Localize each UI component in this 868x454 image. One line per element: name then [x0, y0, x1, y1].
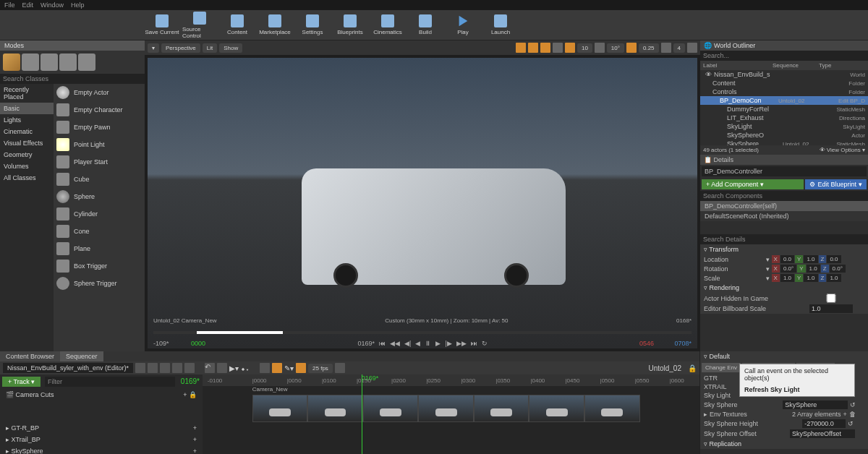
scale-snap-icon[interactable] — [626, 43, 637, 53]
search-classes-input[interactable]: Search Classes — [0, 74, 145, 84]
camera-cuts-track[interactable]: 🎬 Camera Cuts+ 🔒 — [0, 389, 203, 401]
search-details[interactable]: Search Details — [700, 234, 868, 244]
transform-header[interactable]: ▿ Transform — [700, 244, 868, 254]
outliner-search[interactable]: Search... — [700, 51, 868, 61]
outliner-row[interactable]: SkySphereOActor — [700, 131, 868, 140]
scale-icon[interactable] — [540, 43, 550, 53]
transform-icon[interactable] — [516, 43, 526, 53]
to-start-icon[interactable]: ⏮ — [379, 340, 386, 347]
landscape-mode-icon[interactable] — [41, 53, 58, 71]
auto-key-icon[interactable] — [272, 363, 282, 373]
thumbnail[interactable] — [474, 395, 529, 422]
search-components[interactable]: Search Components — [700, 191, 868, 201]
thumbnail[interactable] — [252, 395, 308, 422]
sky-sphere-dropdown[interactable] — [783, 401, 848, 409]
cat-visual-effects[interactable]: Visual Effects — [0, 137, 54, 149]
camera-cut-thumbnails[interactable] — [252, 395, 640, 422]
actor-empty-pawn[interactable]: Empty Pawn — [54, 119, 145, 136]
lit-button[interactable]: Lit — [203, 43, 217, 53]
curve-editor-icon[interactable] — [335, 363, 345, 373]
save-button[interactable]: Save Current — [145, 12, 179, 39]
actor-point-light[interactable]: Point Light — [54, 136, 145, 153]
place-mode-icon[interactable] — [3, 53, 20, 71]
edit-blueprint-button[interactable]: ⚙Edit Blueprint ▾ — [805, 179, 867, 189]
snap-grid-icon[interactable] — [565, 43, 575, 53]
undo-icon[interactable]: ↶ — [205, 363, 215, 373]
view-icon[interactable] — [217, 363, 227, 373]
content-button[interactable]: Content — [220, 12, 255, 39]
content-browser-tab[interactable]: Content Browser — [0, 351, 60, 361]
play-reverse-icon[interactable]: ◀ — [415, 340, 420, 347]
menu-file[interactable]: File — [4, 1, 15, 9]
scale-snap-value[interactable]: 0.25 — [639, 43, 659, 53]
actor-name-field[interactable]: BP_DemoController — [702, 166, 867, 176]
loop-icon[interactable]: ↻ — [482, 340, 488, 347]
track-xtrail[interactable]: ▸ XTrail_BP+ — [0, 434, 203, 445]
rot-z[interactable]: 0.0° — [830, 265, 846, 273]
camera-speed-icon[interactable] — [661, 43, 671, 53]
show-button[interactable]: Show — [219, 43, 242, 53]
outliner-row[interactable]: SkyLightSkyLight — [700, 122, 868, 131]
key-all-icon[interactable] — [260, 363, 270, 373]
key-mode-icon[interactable]: ✎▾ — [284, 364, 294, 372]
default-header[interactable]: ▿ Default — [700, 351, 868, 361]
clear-icon[interactable]: 🗑 — [849, 411, 856, 418]
settings-button[interactable]: Settings — [295, 12, 330, 39]
timeline-ruler[interactable]: 0169* -0100 |0000 |0050 |0100 |0150 |020… — [203, 374, 699, 386]
outliner-row-selected[interactable]: BP_DemoConUntold_02Edit BP_D — [700, 96, 868, 105]
cat-cinematic[interactable]: Cinematic — [0, 126, 54, 137]
loc-x[interactable]: 0.0 — [780, 255, 794, 263]
rot-y[interactable]: 1.0 — [807, 265, 820, 273]
maximize-icon[interactable] — [687, 43, 697, 53]
billboard-scale-input[interactable] — [809, 304, 853, 313]
playhead-line[interactable] — [362, 374, 362, 454]
track-skysphere[interactable]: ▸ SkySphere+ — [0, 445, 203, 454]
actor-box-trigger[interactable]: Box Trigger — [54, 257, 145, 275]
reset-icon[interactable]: ↺ — [850, 401, 856, 408]
track-gtr[interactable]: ▸ GT-R_BP+ — [0, 422, 203, 434]
menu-window[interactable]: Window — [41, 1, 64, 9]
to-end-icon[interactable]: ⏭ — [471, 340, 477, 347]
outliner-row[interactable]: ContentFolder — [700, 79, 868, 87]
replication-header[interactable]: ▿ Replication — [700, 439, 868, 449]
outliner-row[interactable]: 👁Nissan_EnvBuild_sWorld — [700, 70, 868, 79]
render-icon[interactable] — [160, 363, 170, 373]
scale-y[interactable]: 1.0 — [804, 274, 817, 282]
step-back-icon[interactable]: ◀| — [404, 340, 411, 347]
launch-button[interactable]: Launch — [483, 12, 518, 39]
build-button[interactable]: Build — [408, 12, 443, 39]
outliner-row[interactable]: DummyForRelStaticMesh — [700, 105, 868, 113]
coord-icon[interactable] — [553, 43, 563, 53]
component-self[interactable]: BP_DemoController(self) — [700, 201, 868, 211]
next-key-icon[interactable]: ▶▶ — [456, 340, 467, 347]
timeline[interactable]: 0169* -0100 |0000 |0050 |0100 |0150 |020… — [203, 374, 699, 454]
actor-player-start[interactable]: Player Start — [54, 153, 145, 171]
actor-cone[interactable]: Cone — [54, 223, 145, 240]
clapper-icon[interactable] — [184, 363, 195, 373]
actor-sphere[interactable]: Sphere — [54, 188, 145, 205]
hidden-checkbox[interactable] — [809, 294, 853, 303]
viewport[interactable]: ▾ Perspective Lit Show 10 10° 0.25 4 — [145, 40, 700, 351]
play-button[interactable]: Play — [446, 12, 480, 39]
actor-cube[interactable]: Cube — [54, 171, 145, 188]
play-forward-icon[interactable]: ▶ — [435, 340, 441, 347]
outliner-row[interactable]: LIT_ExhaustDirectiona — [700, 113, 868, 122]
perspective-button[interactable]: Perspective — [161, 43, 200, 53]
paint-mode-icon[interactable] — [22, 53, 39, 71]
find-icon[interactable] — [148, 363, 158, 373]
snap-icon[interactable] — [296, 363, 306, 373]
loc-y[interactable]: 1.0 — [804, 255, 817, 263]
cat-basic[interactable]: Basic — [0, 103, 54, 114]
marketplace-button[interactable]: Marketplace — [258, 12, 292, 39]
scale-z[interactable]: 1.0 — [827, 274, 841, 282]
angle-snap-value[interactable]: 10° — [607, 43, 624, 53]
source-control-button[interactable]: Source Control — [182, 12, 217, 39]
view-options-button[interactable]: 👁 View Options ▾ — [820, 147, 865, 153]
viewport-timeline[interactable] — [153, 331, 692, 334]
filter-input[interactable]: Filter — [45, 377, 175, 387]
actor-empty-actor[interactable]: Empty Actor — [54, 84, 145, 101]
cat-lights[interactable]: Lights — [0, 114, 54, 126]
cat-geometry[interactable]: Geometry — [0, 149, 54, 160]
viewport-view[interactable]: Untold_02 Camera_New Custom (30mm x 10mm… — [148, 58, 697, 348]
prev-key-icon[interactable]: ◀◀ — [390, 340, 400, 347]
